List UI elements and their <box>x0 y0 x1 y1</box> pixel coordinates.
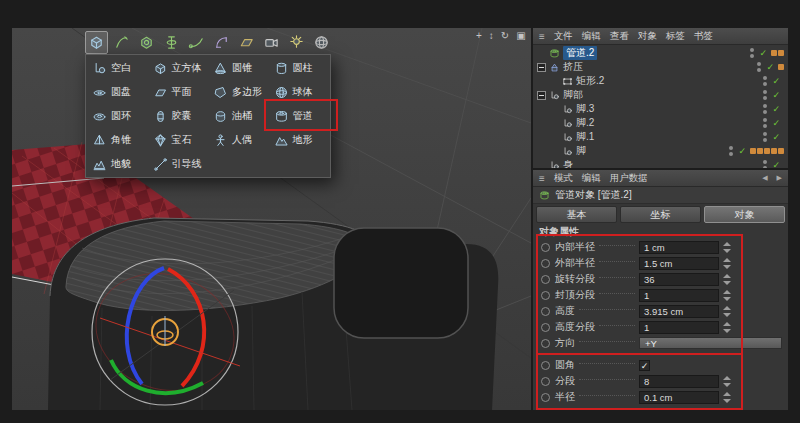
tag-icon[interactable] <box>778 64 784 70</box>
stepper-arrows-icon[interactable] <box>723 274 731 285</box>
value-input[interactable]: 1.5 cm <box>639 257 719 270</box>
light-tool-button[interactable] <box>285 31 308 54</box>
keyframe-circle-icon[interactable] <box>541 275 550 284</box>
object-label[interactable]: 脚.2 <box>576 116 594 130</box>
enabled-check-icon[interactable]: ✓ <box>766 62 774 72</box>
stepper-arrows-icon[interactable] <box>723 322 731 333</box>
tag-icon[interactable] <box>750 148 756 154</box>
object-row-4[interactable]: 脚.3✓ <box>533 102 788 116</box>
am-menu-item-1[interactable]: 编辑 <box>582 172 601 185</box>
object-tags[interactable] <box>750 148 784 154</box>
tag-icon[interactable] <box>778 50 784 56</box>
visibility-dots-icon[interactable] <box>763 118 767 128</box>
object-row-1[interactable]: 挤压✓ <box>533 60 788 74</box>
pan-view-icon[interactable]: + <box>476 30 482 41</box>
checkbox[interactable]: ✓ <box>639 360 650 371</box>
om-menu-item-0[interactable]: 文件 <box>554 30 573 43</box>
enabled-check-icon[interactable]: ✓ <box>772 160 780 168</box>
sweep-tool-button[interactable] <box>185 31 208 54</box>
camera-tool-button[interactable] <box>260 31 283 54</box>
stepper-arrows-icon[interactable] <box>723 258 731 269</box>
enabled-check-icon[interactable]: ✓ <box>772 132 780 142</box>
object-row-0[interactable]: 管道.2✓ <box>533 46 788 60</box>
primitive-item-plane[interactable]: 平面 <box>148 80 209 104</box>
visibility-dots-icon[interactable] <box>763 132 767 142</box>
primitive-item-capsule[interactable]: 胶囊 <box>148 104 209 128</box>
value-input[interactable]: 0.1 cm <box>639 391 719 404</box>
visibility-dots-icon[interactable] <box>763 90 767 100</box>
keyframe-circle-icon[interactable] <box>541 361 550 370</box>
primitive-item-gem[interactable]: 宝石 <box>148 128 209 152</box>
object-label[interactable]: 脚.1 <box>576 130 594 144</box>
orientation-dropdown[interactable]: +Y <box>639 337 782 349</box>
om-menu-item-3[interactable]: 对象 <box>638 30 657 43</box>
tag-icon[interactable] <box>764 148 770 154</box>
enabled-check-icon[interactable]: ✓ <box>772 90 780 100</box>
object-tags[interactable] <box>771 50 784 56</box>
sphere-tool-button[interactable] <box>310 31 333 54</box>
enabled-check-icon[interactable]: ✓ <box>772 76 780 86</box>
lathe-tool-button[interactable] <box>160 31 183 54</box>
expander-icon[interactable] <box>537 63 546 72</box>
value-input[interactable]: 1 <box>639 321 719 334</box>
value-input[interactable]: 1 cm <box>639 241 719 254</box>
primitive-item-cylinder[interactable]: 圆柱 <box>269 56 330 80</box>
om-menu-item-1[interactable]: 编辑 <box>582 30 601 43</box>
enabled-check-icon[interactable]: ✓ <box>738 146 746 156</box>
visibility-dots-icon[interactable] <box>757 62 761 72</box>
visibility-dots-icon[interactable] <box>729 146 733 156</box>
object-tags[interactable] <box>778 64 784 70</box>
history-forward-icon[interactable]: ▶ <box>777 174 782 182</box>
tab-基本[interactable]: 基本 <box>536 206 617 223</box>
stepper-arrows-icon[interactable] <box>723 242 731 253</box>
value-input[interactable]: 3.915 cm <box>639 305 719 318</box>
primitive-item-relief[interactable]: 地貌 <box>87 152 148 176</box>
primitive-item-guide[interactable]: 引导线 <box>148 152 209 176</box>
value-input[interactable]: 36 <box>639 273 719 286</box>
primitive-item-torus[interactable]: 圆环 <box>87 104 148 128</box>
keyframe-circle-icon[interactable] <box>541 243 550 252</box>
visibility-dots-icon[interactable] <box>763 104 767 114</box>
expander-icon[interactable] <box>537 91 546 100</box>
pen-tool-button[interactable] <box>110 31 133 54</box>
stepper-arrows-icon[interactable] <box>723 376 731 387</box>
value-input[interactable]: 8 <box>639 375 719 388</box>
primitive-item-pyramid[interactable]: 角锥 <box>87 128 148 152</box>
object-row-7[interactable]: 脚✓ <box>533 144 788 158</box>
object-label[interactable]: 身 <box>563 158 573 168</box>
primitive-item-sphere[interactable]: 球体 <box>269 80 330 104</box>
keyframe-circle-icon[interactable] <box>541 339 550 348</box>
value-input[interactable]: 1 <box>639 289 719 302</box>
visibility-dots-icon[interactable] <box>750 48 754 58</box>
primitive-item-oiltank[interactable]: 油桶 <box>208 104 269 128</box>
primitive-item-figure[interactable]: 人偶 <box>208 128 269 152</box>
om-menu-item-2[interactable]: 查看 <box>610 30 629 43</box>
rotate-view-icon[interactable]: ↻ <box>501 30 509 41</box>
object-row-3[interactable]: 脚部✓ <box>533 88 788 102</box>
primitive-item-disc[interactable]: 圆盘 <box>87 80 148 104</box>
tag-icon[interactable] <box>771 148 777 154</box>
om-menu-item-4[interactable]: 标签 <box>666 30 685 43</box>
foot-object[interactable] <box>48 218 498 410</box>
object-label[interactable]: 管道.2 <box>563 46 597 60</box>
primitive-item-tube[interactable]: 管道 <box>269 104 330 128</box>
keyframe-circle-icon[interactable] <box>541 291 550 300</box>
primitive-item-null[interactable]: 空白 <box>87 56 148 80</box>
stepper-arrows-icon[interactable] <box>723 290 731 301</box>
panel-menu-icon[interactable]: ≡ <box>539 31 545 42</box>
enabled-check-icon[interactable]: ✓ <box>772 118 780 128</box>
object-row-6[interactable]: 脚.1✓ <box>533 130 788 144</box>
visibility-dots-icon[interactable] <box>763 160 767 168</box>
object-row-8[interactable]: 身✓ <box>533 158 788 168</box>
object-row-5[interactable]: 脚.2✓ <box>533 116 788 130</box>
enabled-check-icon[interactable]: ✓ <box>772 104 780 114</box>
keyframe-circle-icon[interactable] <box>541 259 550 268</box>
am-menu-item-2[interactable]: 用户数据 <box>610 172 648 185</box>
keyframe-circle-icon[interactable] <box>541 307 550 316</box>
primitive-item-landscape[interactable]: 地形 <box>269 128 330 152</box>
object-label[interactable]: 脚 <box>576 144 586 158</box>
object-label[interactable]: 矩形.2 <box>576 74 604 88</box>
plane-tool-button[interactable] <box>235 31 258 54</box>
om-menu-item-5[interactable]: 书签 <box>694 30 713 43</box>
am-menu-item-0[interactable]: 模式 <box>554 172 573 185</box>
